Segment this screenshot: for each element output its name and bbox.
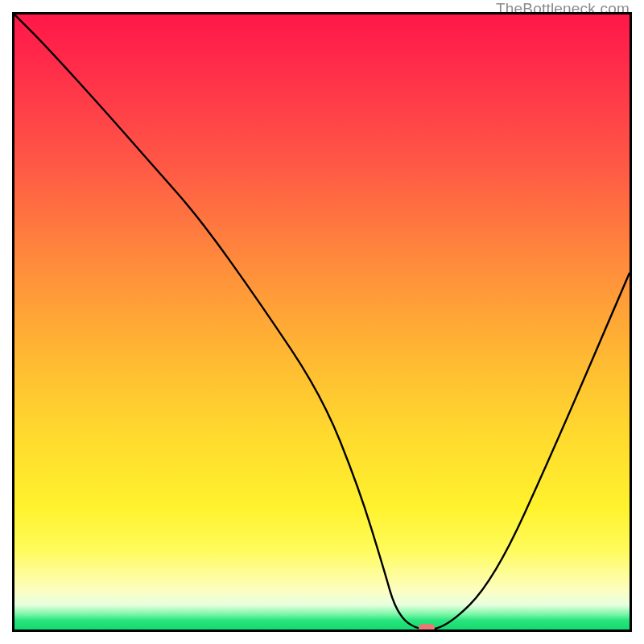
plot-area bbox=[12, 12, 632, 632]
curve-layer bbox=[14, 14, 630, 630]
bottleneck-curve bbox=[14, 14, 630, 630]
chart-container: TheBottleneck.com bbox=[0, 0, 644, 644]
optimal-marker bbox=[419, 624, 435, 632]
